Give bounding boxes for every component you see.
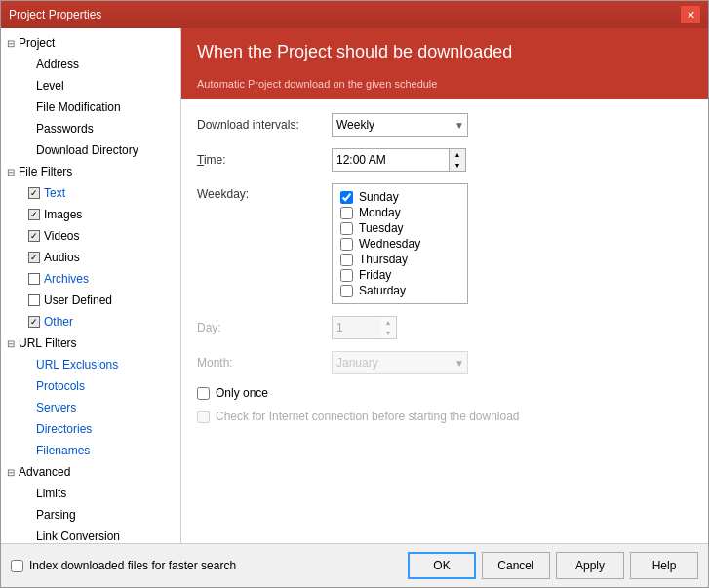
tree-label: Other	[44, 315, 73, 329]
title-bar: Project Properties ✕	[1, 1, 708, 28]
time-increment-button[interactable]: ▲	[450, 149, 465, 160]
tree-label: Address	[36, 58, 79, 71]
download-intervals-select-wrapper: Once Daily Weekly Monthly ▼	[332, 113, 468, 137]
tree-item-filenames[interactable]: Filenames	[1, 440, 180, 461]
weekday-box: Sunday Monday Tuesday Wednesday	[332, 183, 468, 304]
download-intervals-row: Download intervals: Once Daily Weekly Mo…	[197, 113, 692, 137]
tree-label: File Filters	[19, 165, 72, 178]
weekday-sunday-checkbox[interactable]	[340, 191, 353, 204]
tree-item-url-filters[interactable]: ⊟ URL Filters	[1, 333, 180, 354]
weekday-wednesday-checkbox[interactable]	[340, 238, 353, 251]
internet-check-row: Check for Internet connection before sta…	[197, 410, 692, 423]
help-button[interactable]: Help	[630, 552, 698, 579]
checkbox-icon[interactable]: ✓	[28, 209, 40, 220]
tree-item-link-conversion[interactable]: Link Conversion	[1, 526, 180, 543]
content-header: When the Project should be downloaded	[181, 28, 708, 78]
tree-item-download-directory[interactable]: Download Directory	[1, 139, 180, 161]
apply-button[interactable]: Apply	[556, 552, 624, 579]
tree-item-passwords[interactable]: Passwords	[1, 118, 180, 139]
tree-item-limits[interactable]: Limits	[1, 483, 180, 504]
tree-item-file-filters[interactable]: ⊟ File Filters	[1, 161, 180, 182]
content-body: Download intervals: Once Daily Weekly Mo…	[181, 99, 708, 543]
day-row: Day: ▲ ▼	[197, 316, 692, 339]
dialog-title: Project Properties	[9, 8, 101, 21]
month-label: Month:	[197, 356, 324, 370]
content-subheader: Automatic Project download on the given …	[181, 78, 708, 99]
tree-item-level[interactable]: Level	[1, 75, 180, 97]
ok-button[interactable]: OK	[408, 552, 476, 579]
tree-label: Filenames	[36, 444, 90, 457]
expand-icon: ⊟	[7, 167, 15, 177]
dialog-body: ⊟ Project Address Level File Modificatio…	[1, 28, 708, 543]
weekday-friday: Friday	[340, 268, 459, 282]
weekday-tuesday: Tuesday	[340, 221, 459, 235]
dialog: Project Properties ✕ ⊟ Project Address L…	[0, 0, 709, 588]
tree-item-protocols[interactable]: Protocols	[1, 375, 180, 397]
cancel-button[interactable]: Cancel	[482, 552, 550, 579]
month-select-wrapper: January ▼	[332, 351, 468, 374]
day-increment-button: ▲	[380, 317, 396, 328]
tree-item-project[interactable]: ⊟ Project	[1, 32, 180, 54]
download-intervals-label: Download intervals:	[197, 118, 324, 132]
only-once-checkbox[interactable]	[197, 387, 210, 400]
time-row: Time: ▲ ▼	[197, 148, 692, 172]
tree-label: Parsing	[36, 508, 76, 522]
weekday-friday-checkbox[interactable]	[340, 269, 353, 282]
tree-item-file-modification[interactable]: File Modification	[1, 97, 180, 118]
tree-label: Text	[44, 186, 65, 200]
tree-item-archives[interactable]: Archives	[1, 268, 180, 290]
tree-item-servers[interactable]: Servers	[1, 397, 180, 418]
checkbox-icon[interactable]: ✓	[28, 252, 40, 263]
tree-label: Link Conversion	[36, 529, 120, 543]
weekday-saturday-label: Saturday	[359, 284, 406, 297]
tree-label: Limits	[36, 487, 66, 500]
tree-item-url-exclusions[interactable]: URL Exclusions	[1, 354, 180, 375]
weekday-saturday: Saturday	[340, 284, 459, 297]
tree-label: URL Exclusions	[36, 358, 118, 372]
tree-item-directories[interactable]: Directories	[1, 418, 180, 440]
checkbox-icon[interactable]	[28, 273, 40, 285]
day-input	[332, 316, 380, 339]
weekday-monday-checkbox[interactable]	[340, 207, 353, 219]
tree-label: Audios	[44, 251, 80, 264]
time-input[interactable]	[332, 148, 449, 172]
bottom-buttons: OK Cancel Apply Help	[408, 552, 698, 579]
index-label: Index downloaded files for faster search	[29, 559, 236, 572]
weekday-friday-label: Friday	[359, 268, 391, 282]
index-checkbox-row: Index downloaded files for faster search	[11, 559, 402, 572]
weekday-thursday-checkbox[interactable]	[340, 254, 353, 266]
tree-item-parsing[interactable]: Parsing	[1, 504, 180, 526]
internet-check-label: Check for Internet connection before sta…	[216, 410, 520, 423]
tree-label: Project	[19, 36, 55, 50]
download-intervals-select[interactable]: Once Daily Weekly Monthly	[332, 113, 468, 137]
tree-item-images[interactable]: ✓ Images	[1, 204, 180, 225]
tree-item-other[interactable]: ✓ Other	[1, 311, 180, 333]
tree-label: Directories	[36, 422, 92, 436]
tree-item-audios[interactable]: ✓ Audios	[1, 247, 180, 268]
time-decrement-button[interactable]: ▼	[450, 160, 465, 171]
time-wrapper: ▲ ▼	[332, 148, 466, 172]
checkbox-icon[interactable]: ✓	[28, 187, 40, 199]
weekday-tuesday-checkbox[interactable]	[340, 222, 353, 235]
weekday-thursday: Thursday	[340, 253, 459, 266]
tree-item-user-defined[interactable]: User Defined	[1, 290, 180, 311]
weekday-tuesday-label: Tuesday	[359, 221, 404, 235]
tree-item-text[interactable]: ✓ Text	[1, 182, 180, 204]
expand-icon: ⊟	[7, 467, 15, 478]
checkbox-icon[interactable]	[28, 294, 40, 306]
expand-icon: ⊟	[7, 338, 15, 349]
index-checkbox[interactable]	[11, 560, 23, 572]
weekday-thursday-label: Thursday	[359, 253, 408, 266]
checkbox-icon[interactable]: ✓	[28, 316, 40, 328]
day-decrement-button: ▼	[380, 328, 396, 338]
tree-label: User Defined	[44, 294, 112, 307]
tree-item-videos[interactable]: ✓ Videos	[1, 225, 180, 247]
checkbox-icon[interactable]: ✓	[28, 230, 40, 242]
content-title: When the Project should be downloaded	[197, 42, 692, 62]
tree-item-advanced[interactable]: ⊟ Advanced	[1, 461, 180, 483]
close-button[interactable]: ✕	[681, 6, 700, 23]
weekday-saturday-checkbox[interactable]	[340, 285, 353, 297]
tree-item-address[interactable]: Address	[1, 54, 180, 75]
tree-label: Servers	[36, 401, 76, 414]
day-spinner: ▲ ▼	[380, 316, 397, 339]
